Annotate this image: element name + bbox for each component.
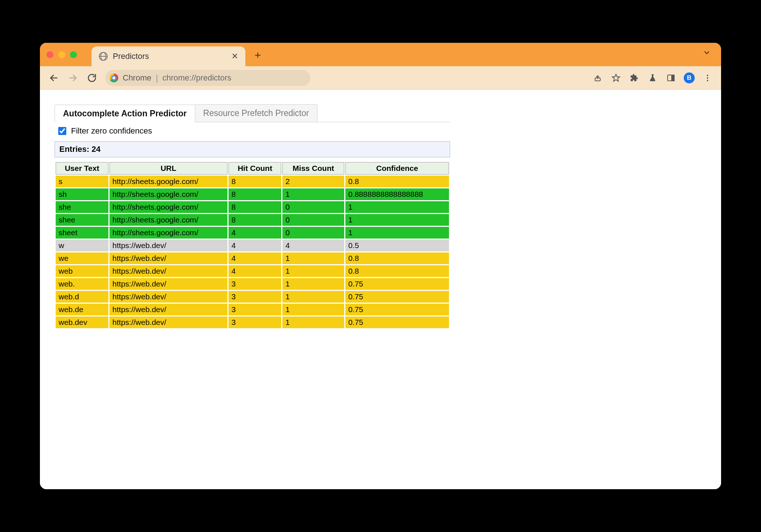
cell-confidence: 0.75 [345, 316, 449, 328]
table-row: web.dehttps://web.dev/310.75 [56, 304, 449, 315]
svg-point-8 [707, 75, 708, 76]
cell-confidence: 1 [345, 214, 449, 226]
cell-url: https://web.dev/ [109, 252, 227, 264]
cell-user_text: w [56, 240, 108, 251]
tab-autocomplete-action-predictor[interactable]: Autocomplete Action Predictor [55, 105, 195, 122]
entries-count-bar: Entries: 24 [55, 141, 450, 157]
page-content: Autocomplete Action Predictor Resource P… [40, 90, 721, 489]
forward-button[interactable] [67, 72, 79, 84]
toolbar: Chrome | chrome://predictors B [40, 66, 721, 90]
table-row: web.devhttps://web.dev/310.75 [56, 316, 449, 328]
cell-hit: 4 [229, 265, 281, 277]
cell-miss: 1 [282, 188, 344, 200]
cell-hit: 3 [229, 316, 281, 328]
tab-list-dropdown-icon[interactable] [703, 49, 711, 59]
tab-strip: Predictors ✕ + [40, 43, 721, 66]
col-hit-count[interactable]: Hit Count [229, 162, 281, 175]
filter-row: Filter zero confidences [55, 122, 450, 141]
cell-user_text: web.de [56, 304, 108, 315]
filter-label[interactable]: Filter zero confidences [71, 126, 152, 136]
omnibox[interactable]: Chrome | chrome://predictors [105, 70, 310, 86]
col-confidence[interactable]: Confidence [345, 162, 449, 175]
cell-user_text: we [56, 252, 108, 264]
cell-hit: 4 [229, 227, 281, 239]
cell-hit: 3 [229, 304, 281, 315]
cell-user_text: sh [56, 188, 108, 200]
svg-marker-4 [612, 74, 620, 81]
cell-url: http://sheets.google.com/ [109, 227, 227, 239]
close-tab-icon[interactable]: ✕ [231, 52, 238, 61]
predictor-table: User Text URL Hit Count Miss Count Confi… [55, 161, 450, 329]
labs-icon[interactable] [647, 72, 658, 83]
back-button[interactable] [48, 72, 60, 84]
filter-zero-confidences-checkbox[interactable] [58, 127, 66, 135]
tab-title: Predictors [113, 52, 226, 61]
table-row: web.dhttps://web.dev/310.75 [56, 291, 449, 303]
bookmark-star-icon[interactable] [610, 72, 621, 83]
cell-miss: 0 [282, 201, 344, 213]
table-header-row: User Text URL Hit Count Miss Count Confi… [56, 162, 449, 175]
cell-url: https://web.dev/ [109, 304, 227, 315]
cell-hit: 8 [229, 176, 281, 187]
cell-url: http://sheets.google.com/ [109, 176, 227, 187]
cell-confidence: 0.5 [345, 240, 449, 251]
extensions-icon[interactable] [629, 72, 640, 83]
col-user-text[interactable]: User Text [56, 162, 108, 175]
chrome-icon [109, 74, 118, 82]
menu-icon[interactable] [702, 72, 713, 83]
browser-window: Predictors ✕ + Chrome | chrome://predict… [40, 43, 721, 489]
omnibox-path: chrome://predictors [162, 73, 231, 83]
cell-confidence: 0.75 [345, 291, 449, 303]
table-row: webhttps://web.dev/410.8 [56, 265, 449, 277]
cell-user_text: shee [56, 214, 108, 226]
table-row: whttps://web.dev/440.5 [56, 240, 449, 251]
cell-url: https://web.dev/ [109, 291, 227, 303]
cell-hit: 8 [229, 201, 281, 213]
share-icon[interactable] [592, 72, 603, 83]
omnibox-scheme: Chrome [123, 73, 151, 83]
cell-user_text: she [56, 201, 108, 213]
cell-user_text: web. [56, 278, 108, 290]
cell-url: http://sheets.google.com/ [109, 201, 227, 213]
table-row: shehttp://sheets.google.com/801 [56, 201, 449, 213]
cell-miss: 4 [282, 240, 344, 251]
cell-user_text: web.d [56, 291, 108, 303]
cell-url: https://web.dev/ [109, 278, 227, 290]
cell-confidence: 0.75 [345, 278, 449, 290]
cell-miss: 2 [282, 176, 344, 187]
cell-user_text: sheet [56, 227, 108, 239]
table-row: shttp://sheets.google.com/820.8 [56, 176, 449, 187]
omnibox-separator: | [156, 73, 158, 83]
maximize-window-button[interactable] [70, 51, 77, 58]
cell-hit: 3 [229, 291, 281, 303]
cell-miss: 0 [282, 227, 344, 239]
minimize-window-button[interactable] [58, 51, 65, 58]
cell-hit: 4 [229, 252, 281, 264]
cell-url: http://sheets.google.com/ [109, 214, 227, 226]
cell-confidence: 0.75 [345, 304, 449, 315]
side-panel-icon[interactable] [665, 72, 676, 83]
table-row: shhttp://sheets.google.com/810.888888888… [56, 188, 449, 200]
cell-user_text: s [56, 176, 108, 187]
reload-button[interactable] [86, 72, 98, 84]
globe-icon [99, 52, 108, 61]
cell-confidence: 1 [345, 201, 449, 213]
browser-tab-active[interactable]: Predictors ✕ [92, 46, 245, 66]
new-tab-button[interactable]: + [252, 49, 264, 61]
entries-count: 24 [92, 145, 100, 154]
col-url[interactable]: URL [109, 162, 227, 175]
col-miss-count[interactable]: Miss Count [282, 162, 344, 175]
profile-avatar[interactable]: B [684, 72, 695, 83]
cell-miss: 1 [282, 316, 344, 328]
close-window-button[interactable] [47, 51, 53, 58]
tab-resource-prefetch-predictor[interactable]: Resource Prefetch Predictor [195, 104, 318, 122]
window-controls [47, 51, 77, 58]
cell-hit: 4 [229, 240, 281, 251]
table-row: web.https://web.dev/310.75 [56, 278, 449, 290]
table-row: sheethttp://sheets.google.com/401 [56, 227, 449, 239]
cell-url: https://web.dev/ [109, 265, 227, 277]
table-row: sheehttp://sheets.google.com/801 [56, 214, 449, 226]
cell-miss: 1 [282, 278, 344, 290]
cell-url: http://sheets.google.com/ [109, 188, 227, 200]
cell-confidence: 0.8 [345, 265, 449, 277]
